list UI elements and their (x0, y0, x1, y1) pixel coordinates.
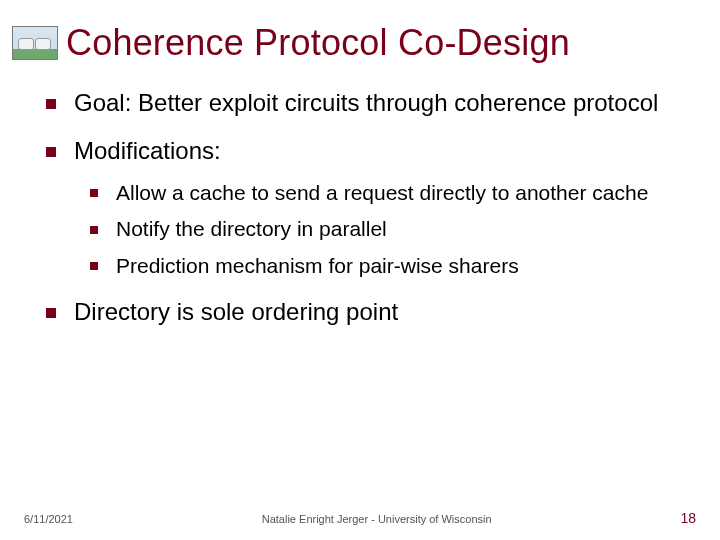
sub-bullet-list: Allow a cache to send a request directly… (74, 180, 690, 279)
sub-bullet-text: Prediction mechanism for pair-wise share… (116, 254, 519, 277)
logo-icon (12, 26, 58, 60)
sub-bullet-text: Allow a cache to send a request directly… (116, 181, 648, 204)
sub-bullet-item: Notify the directory in parallel (74, 216, 690, 242)
slide-title: Coherence Protocol Co-Design (66, 22, 570, 64)
bullet-item: Modifications: Allow a cache to send a r… (32, 136, 690, 279)
title-row: Coherence Protocol Co-Design (0, 0, 720, 70)
footer-author: Natalie Enright Jerger - University of W… (73, 513, 680, 525)
bullet-text: Directory is sole ordering point (74, 298, 398, 325)
footer: 6/11/2021 Natalie Enright Jerger - Unive… (0, 510, 720, 526)
bullet-text: Goal: Better exploit circuits through co… (74, 89, 658, 116)
slide: Coherence Protocol Co-Design Goal: Bette… (0, 0, 720, 540)
slide-body: Goal: Better exploit circuits through co… (0, 70, 720, 327)
sub-bullet-text: Notify the directory in parallel (116, 217, 387, 240)
footer-page-number: 18 (680, 510, 696, 526)
bullet-text: Modifications: (74, 137, 221, 164)
bullet-item: Goal: Better exploit circuits through co… (32, 88, 690, 118)
bullet-list: Goal: Better exploit circuits through co… (32, 88, 690, 327)
sub-bullet-item: Prediction mechanism for pair-wise share… (74, 253, 690, 279)
bullet-item: Directory is sole ordering point (32, 297, 690, 327)
sub-bullet-item: Allow a cache to send a request directly… (74, 180, 690, 206)
footer-date: 6/11/2021 (24, 513, 73, 525)
